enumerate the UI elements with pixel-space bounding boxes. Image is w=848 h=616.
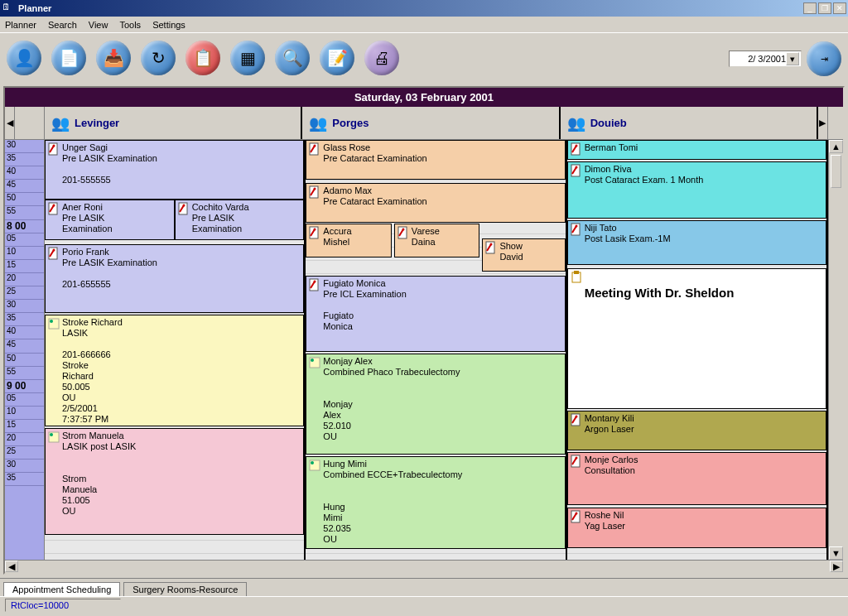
title-bar: 🗓 Planner _ ❐ ✕ <box>0 0 848 17</box>
appointment-text-line: Show <box>499 241 562 252</box>
close-button[interactable]: ✕ <box>833 2 846 14</box>
patient-head-button[interactable]: 👤 <box>7 41 41 75</box>
horizontal-scrollbar[interactable]: ◀ ▶ <box>5 560 843 573</box>
menu-planner[interactable]: Planner <box>5 20 36 30</box>
appointment-text-line: 2/5/2001 <box>62 403 301 414</box>
time-slot-label: 25 <box>5 286 44 300</box>
doc-icon <box>47 142 60 156</box>
column-header-label: Douieb <box>590 117 627 129</box>
date-selector[interactable]: ▾ <box>729 51 802 67</box>
time-slot-label: 8 00 <box>5 220 44 233</box>
appointment-text-line: Pre Cataract Examination <box>323 196 562 207</box>
svg-point-27 <box>311 461 314 464</box>
appointment-block[interactable]: AccuraMishel <box>306 224 391 257</box>
appointment-text-line: Stroke <box>62 360 301 371</box>
restore-button[interactable]: ❐ <box>818 2 831 14</box>
menu-view[interactable]: View <box>89 20 108 30</box>
exit-icon: ⇥ <box>821 54 828 65</box>
appointment-text-line: Montany Kili <box>585 413 824 424</box>
time-slot-label: 30 <box>5 300 44 313</box>
appointment-block[interactable]: Strom ManuelaLASIK post LASIK StromManue… <box>45 428 304 535</box>
appointment-text-line: 201-655555 <box>62 279 301 290</box>
appointment-block[interactable]: Porio FrankPre LASIK Examination 201-655… <box>45 244 304 314</box>
clipboard-button[interactable]: 📋 <box>186 41 220 75</box>
layout-button[interactable]: ▦ <box>230 41 265 75</box>
column-douieb: Berman TomiDimon RivaPost Cataract Exam.… <box>567 140 828 560</box>
appointment-block[interactable]: Fugiato MonicaPre ICL Examination Fugiat… <box>306 276 565 352</box>
appointment-text-line: Unger Sagi <box>62 142 301 153</box>
appointment-block[interactable]: Niji TatoPost Lasik Exam.-1M <box>567 220 826 266</box>
appointment-text-line: Accura <box>323 226 388 237</box>
menu-tools[interactable]: Tools <box>119 20 141 30</box>
appointment-block[interactable]: Roshe NilYag Laser <box>567 508 826 547</box>
time-slot-label: 40 <box>5 326 44 339</box>
appointment-text-line: Examination <box>192 224 302 234</box>
column-headers: ◀ 👥Levinger 👥Porges 👥Douieb ▶ <box>5 107 843 140</box>
appointment-block[interactable]: Berman Tomi <box>567 140 826 160</box>
appointment-text-line: 51.005 <box>62 495 301 506</box>
appointment-block[interactable]: Cochito VardaPre LASIKExamination <box>175 200 305 239</box>
appointment-text-line: Pre LASIK <box>192 213 302 224</box>
scroll-right-button[interactable]: ▶ <box>830 561 843 572</box>
note-button[interactable]: 📝 <box>320 41 354 75</box>
appointment-block[interactable]: Montany KiliArgon Laser <box>567 411 826 450</box>
appointment-block[interactable]: Glass RosePre Cataract Examination <box>306 140 565 180</box>
date-input[interactable] <box>731 54 786 64</box>
time-rail: 3035404550558 0005101520253035404550559 … <box>5 140 45 560</box>
tab-appointment-scheduling[interactable]: Appointment Scheduling <box>3 582 120 596</box>
time-slot-label: 30 <box>5 460 44 473</box>
minimize-button[interactable]: _ <box>803 2 817 14</box>
find-list-button[interactable]: 🔍 <box>275 41 310 75</box>
svg-point-41 <box>575 513 577 515</box>
new-form-button[interactable]: 📄 <box>51 41 86 75</box>
appointment-text-line: 7:37:57 PM <box>62 414 301 425</box>
time-slot-label: 10 <box>5 247 44 260</box>
appointment-block[interactable]: Adamo MaxPre Cataract Examination <box>306 183 565 223</box>
scroll-left-button[interactable]: ◀ <box>5 561 18 572</box>
appointment-block[interactable]: ShowDavid <box>482 238 565 272</box>
scroll-left-button[interactable]: ◀ <box>5 107 15 139</box>
appointment-block[interactable]: Hung MimiCombined ECCE+Trabeculectomy Hu… <box>306 456 565 550</box>
appointment-text-line: Yag Laser <box>585 521 824 532</box>
doc-icon <box>570 223 583 236</box>
appointment-block[interactable]: Aner RoniPre LASIKExamination <box>45 200 175 239</box>
appointment-text-line: Cochito Varda <box>192 202 302 213</box>
column-header-0[interactable]: 👥Levinger <box>45 107 302 139</box>
refresh-button[interactable]: ↻ <box>141 41 176 75</box>
appointment-text-line: OU <box>62 506 301 517</box>
time-slot-label: 35 <box>5 153 44 166</box>
appointment-block[interactable]: Unger SagiPre LASIK Examination 201-5555… <box>45 140 304 200</box>
date-dropdown-button[interactable]: ▾ <box>786 52 799 65</box>
svg-point-29 <box>575 145 577 147</box>
vertical-scrollbar[interactable]: ▲ ▼ <box>828 140 843 560</box>
appointment-text-line: Post Cataract Exam. 1 Month <box>585 175 824 185</box>
time-slot-label: 15 <box>5 420 44 433</box>
appointment-text-line: Strom Manuela <box>62 431 301 441</box>
menu-search[interactable]: Search <box>48 20 77 30</box>
app-icon: 🗓 <box>2 2 15 15</box>
inbox-button[interactable]: 📥 <box>96 41 131 75</box>
new-form-icon: 📄 <box>59 48 80 68</box>
appointment-block[interactable]: Monje CarlosConsultation <box>567 452 826 505</box>
scroll-up-button[interactable]: ▲ <box>829 140 843 153</box>
column-header-2[interactable]: 👥Douieb <box>561 107 818 139</box>
menu-settings[interactable]: Settings <box>152 20 186 30</box>
tab-surgery-rooms[interactable]: Surgery Rooms-Resource <box>123 582 247 596</box>
appointment-block[interactable]: Dimon RivaPost Cataract Exam. 1 Month <box>567 161 826 219</box>
appointment-block[interactable]: Meeting With Dr. Sheldon <box>567 268 826 410</box>
appointment-block[interactable]: Stroke RichardLASIK 201-666666StrokeRich… <box>45 315 304 426</box>
doc-icon <box>47 202 60 215</box>
column-header-1[interactable]: 👥Porges <box>302 107 560 139</box>
appointment-block[interactable]: VareseDaina <box>394 224 479 257</box>
inbox-icon: 📥 <box>104 48 124 68</box>
scroll-thumb[interactable] <box>831 155 841 188</box>
toolbar: 👤📄📥↻📋▦🔍📝🖨 ▾ ⇥ <box>0 33 848 83</box>
scroll-right-button[interactable]: ▶ <box>818 107 828 139</box>
print-button[interactable]: 🖨 <box>364 41 399 75</box>
appointment-text-line: Daina <box>412 237 477 248</box>
exit-button[interactable]: ⇥ <box>807 41 841 76</box>
appointment-block[interactable]: Monjay AlexCombined Phaco Trabeculectomy… <box>306 354 565 455</box>
doc-icon <box>177 202 190 215</box>
time-slot-label: 50 <box>5 354 44 367</box>
scroll-down-button[interactable]: ▼ <box>829 546 843 560</box>
